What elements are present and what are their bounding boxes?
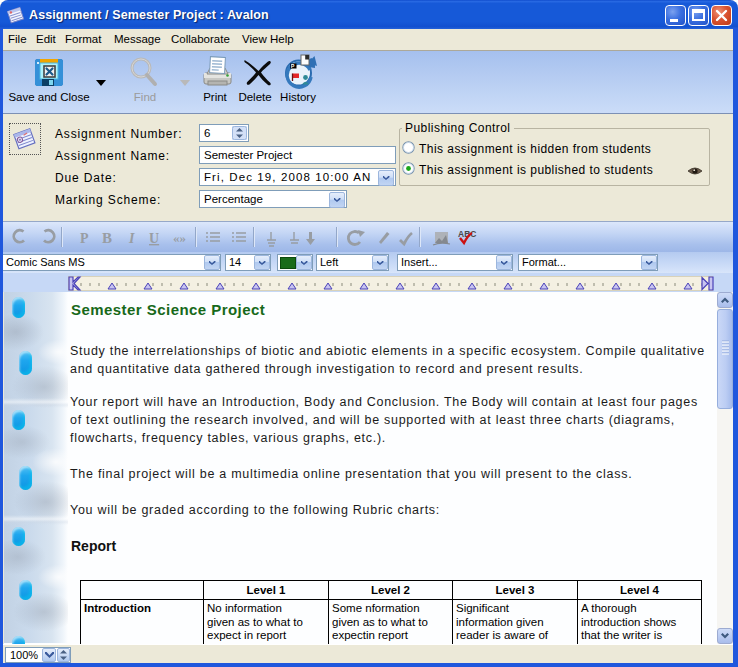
svg-text:B: B [102,230,112,246]
svg-text:«»: «» [173,230,186,245]
svg-text:U: U [149,231,159,246]
svg-text:I: I [128,231,135,246]
svg-text:P: P [80,231,89,246]
svg-text:P: P [291,63,295,69]
